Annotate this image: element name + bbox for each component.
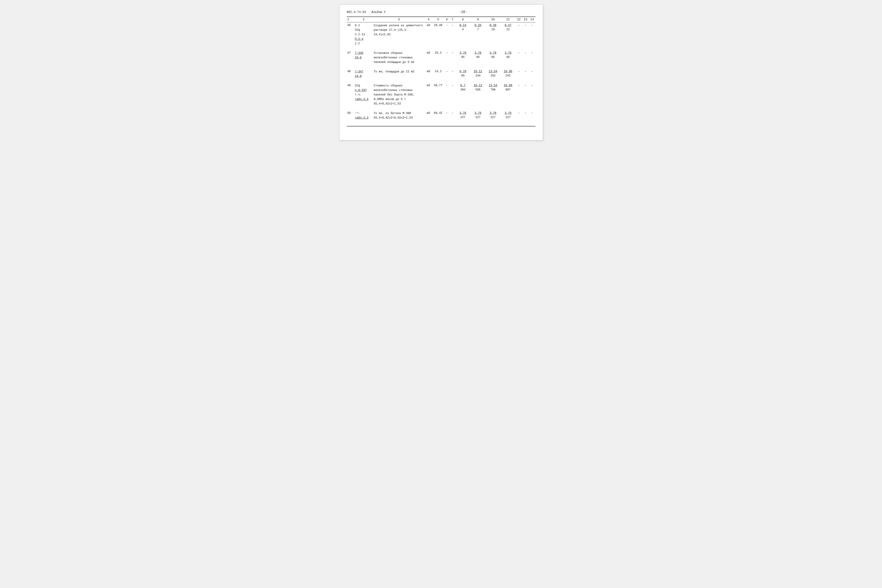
col-header-7: 7 [450,17,455,22]
col-header-4: 4 [425,17,432,22]
table-cell: – [515,50,522,65]
table-cell: I6,9624I [500,69,516,80]
table-cell: 7-34724-8 [354,69,373,80]
table-cell: ССЦп.9-I97т.ч.табл.3.4 [354,82,373,107]
table-cell: – [450,82,455,107]
table-cell: I3,54796 [485,82,500,107]
table-cell: 3,7695 [455,50,470,65]
col-header-12: I2 [515,17,522,22]
table-cell: 3,7695 [500,50,516,65]
spacer-row [347,107,535,110]
table-cell: – [450,22,455,47]
table-cell: – [444,50,450,65]
table-cell: – [529,50,535,65]
table-cell: 3,7695 [485,50,500,65]
table-row: 49ССЦп.9-I97т.ч.табл.3.4Стоимость сборны… [347,82,535,107]
col-header-9: 9 [470,17,485,22]
table-row: 487-34724-8То же, площадью до I2 м2м3I4,… [347,69,535,80]
main-table: I 2 3 4 5 6 7 8 9 IO II I2 I3 I4 466-IСС… [347,16,535,124]
table-cell: – [444,82,450,107]
table-cell: То же, площадью до I2 м2 [373,69,425,80]
table-cell: I4,2 [432,69,444,80]
table-cell: – [522,50,529,65]
page-number: -20- [391,10,535,14]
table-cell: – [450,110,455,121]
table-cell: 47 [347,50,354,65]
table-cell: 50 [347,110,354,121]
table-cell: 58,77 [432,82,444,107]
table-cell: 49 [347,82,354,107]
table-cell: – [522,110,529,121]
table-cell: –"–табл.3.3 [354,110,373,121]
col-header-2: 2 [354,17,373,22]
table-row: 466-IССЦп.I-I3П.2-4I-IСоздание уклона из… [347,22,535,47]
table-cell: – [515,82,522,107]
table-cell: – [444,110,450,121]
table-cell: 0,257 [470,22,485,47]
table-cell: – [515,69,522,80]
col-header-10: IO [485,17,500,22]
table-cell: м3 [425,82,432,107]
table-cell: – [450,69,455,80]
table-cell: Стоимость сборных железобетонных стеновы… [373,82,425,107]
table-cell: 3,76227 [485,110,500,121]
table-cell: Установка сборных железобетонных стеновы… [373,50,425,65]
col-header-6: 6 [444,17,450,22]
spacer-row [347,65,535,69]
table-cell: 25,2 [432,50,444,65]
page-header: 9OI-4-74.83 Альбом У -20- [347,10,535,14]
table-cell: 3,76227 [455,110,470,121]
table-cell: 46 [347,22,354,47]
table-cell: 6,7095 [455,69,470,80]
table-cell: – [522,69,529,80]
page: 9OI-4-74.83 Альбом У -20- I 2 3 4 5 6 7 … [339,4,543,140]
table-cell: 0,36IO [485,22,500,47]
spacer-row [347,80,535,82]
table-cell: – [515,22,522,47]
table-cell: 7-34524-6 [354,50,373,65]
table-cell: м3 [425,110,432,121]
doc-id: 9OI-4-74.83 [347,10,366,14]
table-cell: м3 [425,50,432,65]
table-cell: – [522,82,529,107]
table-cell: – [522,22,529,47]
bottom-rule [347,126,535,126]
col-header-3: 3 [373,17,425,22]
table-cell: Создание уклона из цементного раствора 2… [373,22,425,47]
table-cell: – [515,110,522,121]
table-cell: – [529,22,535,47]
table-cell: То же, из бетона М-30055,4+0,82х2+0,92х2… [373,110,425,121]
table-row: 477-34524-6Установка сборных железобетон… [347,50,535,65]
table-cell: м3 [425,22,432,47]
table-cell: 6,7394 [455,82,470,107]
table-cell: IO,I2595 [470,82,485,107]
table-cell: IO,I2I44 [470,69,485,80]
table-cell: 48 [347,69,354,80]
album-label: Альбом У [371,10,385,14]
table-cell: м3 [425,69,432,80]
table-row: 50–"–табл.3.3То же, из бетона М-30055,4+… [347,110,535,121]
table-cell: 6-IССЦп.I-I3П.2-4I-I [354,22,373,47]
table-cell: – [529,110,535,121]
table-cell: 3,76227 [500,110,516,121]
table-cell: 60,4I [432,110,444,121]
table-cell: 0,I44 [455,22,470,47]
col-header-13: I3 [522,17,529,22]
table-cell: – [529,82,535,107]
table-cell: I6,96997 [500,82,516,107]
col-header-14: I4 [529,17,535,22]
table-cell: – [444,22,450,47]
table-cell: I3,54I92 [485,69,500,80]
col-header-8: 8 [455,17,470,22]
spacer-row [347,121,535,124]
table-cell: 0,47I2 [500,22,516,47]
table-cell: – [529,69,535,80]
table-cell: – [450,50,455,65]
table-cell: 26,48 [432,22,444,47]
col-header-5: 5 [432,17,444,22]
table-cell: 3,7695 [470,50,485,65]
col-header-1: I [347,17,354,22]
table-cell: – [444,69,450,80]
table-cell: 3,76227 [470,110,485,121]
spacer-row [347,47,535,50]
